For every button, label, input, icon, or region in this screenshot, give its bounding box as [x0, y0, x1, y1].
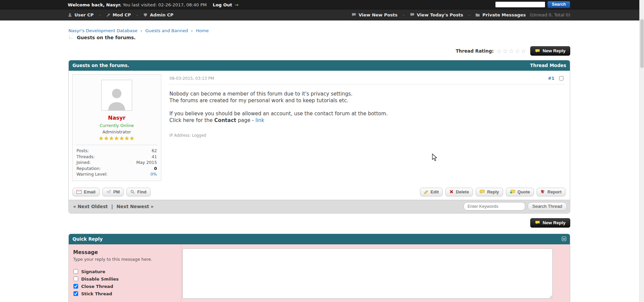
thread-header: Guests on the forums. Thread Modes [69, 60, 570, 71]
speech-bubble-icon [535, 221, 540, 225]
post-select-checkbox[interactable] [559, 76, 564, 80]
stat-row: Posts:62 [76, 148, 157, 154]
email-icon [76, 190, 82, 194]
nav-separator: – [468, 12, 471, 17]
search-thread-button[interactable]: Search Thread [528, 202, 567, 211]
nav-separator: – [136, 12, 138, 17]
post-line: If you believe you should be allowed an … [169, 110, 565, 117]
speech-bubble-icon [352, 13, 356, 17]
divider [76, 145, 157, 145]
thread-rating-stars[interactable]: ☆☆☆☆☆ [496, 48, 527, 55]
report-button[interactable]: Report [537, 188, 566, 196]
pencil-icon [424, 190, 428, 194]
nav-item-view-new-posts[interactable]: View New Posts [352, 12, 397, 17]
tree-branch-icon [69, 36, 73, 39]
paper-plane-icon [106, 190, 111, 194]
email-button[interactable]: Email [72, 188, 100, 196]
stick-thread-checkbox[interactable] [73, 291, 78, 296]
quick-reply-panel: Quick Reply Message Type your reply to t… [68, 234, 570, 302]
stat-row: Reputation:0 [76, 166, 157, 172]
post-header: 08-03-2015, 03:13 PM #1 [169, 75, 565, 84]
author-name-link[interactable]: Nasyr [76, 115, 157, 121]
nav-label: Mod CP [113, 12, 131, 17]
pm-button[interactable]: PM [102, 188, 124, 196]
author-panel: Nasyr Currently Online Administrator ★★★… [72, 74, 161, 181]
breadcrumb-separator: › [191, 28, 193, 33]
collapse-icon[interactable] [562, 237, 566, 241]
post-line: The forums are created for my personal w… [169, 97, 565, 104]
thread-nav-bar: « Next Oldest | Next Newest » Search Thr… [69, 200, 570, 213]
find-button[interactable]: Find [126, 188, 150, 196]
nav-item-mod-cp[interactable]: Mod CP [106, 12, 131, 17]
quote-bubble-icon [510, 190, 515, 194]
breadcrumb-link-home[interactable]: Home [196, 28, 209, 33]
option-signature[interactable]: Signature [73, 269, 177, 274]
folder-icon [475, 13, 480, 17]
post-line: Nobody can become a member of this forum… [169, 90, 565, 97]
next-newest-link[interactable]: Next Newest » [117, 204, 154, 209]
quote-button[interactable]: Quote [506, 188, 534, 196]
welcome-text: Welcome back, Nasyr. [68, 2, 121, 7]
nav-label: View Today's Posts [417, 12, 463, 17]
new-reply-button[interactable]: New Reply [530, 218, 570, 228]
nav-label: Private Messages [482, 12, 526, 17]
last-visited-text: You last visited: 02-26-2017, 08:40 PM [123, 2, 207, 7]
message-label-cell: Message Type your reply to this message … [69, 244, 181, 302]
post-date: 08-03-2015, 03:13 PM [169, 76, 214, 81]
close-thread-checkbox[interactable] [73, 284, 78, 289]
thread-title: Guests on the forums. [72, 63, 129, 68]
online-status: Currently Online [76, 123, 157, 128]
contact-link[interactable]: link [255, 117, 264, 123]
speech-bubble-icon [535, 49, 540, 53]
option-stick-thread[interactable]: Stick Thread [73, 291, 177, 296]
search-input[interactable] [495, 1, 545, 8]
breadcrumb-link-category[interactable]: Guests and Banned [145, 28, 188, 33]
next-oldest-link[interactable]: « Next Oldest [73, 204, 108, 209]
disable-smilies-checkbox[interactable] [73, 277, 78, 281]
keywords-input[interactable] [464, 202, 525, 210]
stat-row: Threads:41 [76, 154, 157, 160]
scrollbar[interactable] [639, 0, 644, 302]
top-bar: Welcome back, Nasyr. You last visited: 0… [0, 0, 644, 9]
new-reply-button[interactable]: New Reply [530, 46, 570, 56]
warning-level-link[interactable]: 0% [150, 171, 157, 177]
nav-item-user-cp[interactable]: User CP [68, 12, 94, 17]
ip-address-note: IP Address: Logged [169, 133, 565, 138]
thread-panel: Guests on the forums. Thread Modes Nasyr… [68, 60, 570, 214]
thread-rating-label: Thread Rating: [456, 48, 494, 54]
pm-count: (Unread 0, Total 0) [530, 12, 570, 17]
message-label: Message [73, 249, 177, 255]
post-body: Nobody can become a member of this forum… [169, 90, 565, 124]
nav-bar: User CP – Mod CP – Admin CP View New Pos… [0, 9, 644, 20]
wrench-icon [106, 13, 110, 17]
delete-button[interactable]: Delete [445, 188, 473, 196]
reply-message-textarea[interactable] [182, 248, 553, 299]
breadcrumb-link-forum[interactable]: Nasyr's Development Database [68, 28, 138, 33]
stat-row: Warning Level:0% [76, 171, 157, 177]
logout-link[interactable]: Log Out [213, 2, 232, 7]
scrollbar-thumb[interactable] [640, 19, 644, 68]
nav-item-view-todays-posts[interactable]: View Today's Posts [410, 12, 463, 17]
current-thread-title: Guests on the forums. [68, 35, 570, 40]
thread-modes-link[interactable]: Thread Modes [530, 63, 566, 68]
avatar[interactable] [101, 80, 132, 111]
nav-item-admin-cp[interactable]: Admin CP [143, 12, 173, 17]
welcome-message: Welcome back, Nasyr. You last visited: 0… [68, 2, 238, 7]
edit-button[interactable]: Edit [420, 188, 443, 196]
user-icon [68, 13, 72, 17]
post-number-link[interactable]: #1 [548, 76, 554, 81]
quick-reply-header: Quick Reply [69, 234, 570, 244]
nav-label: Admin CP [150, 12, 173, 17]
red-x-icon [449, 190, 453, 194]
quick-reply-title: Quick Reply [72, 236, 103, 242]
search-button[interactable]: Search [547, 1, 570, 8]
breadcrumb-separator: › [141, 28, 142, 33]
magnifier-icon [130, 190, 135, 194]
breadcrumb: Nasyr's Development Database › Guests an… [68, 28, 570, 33]
option-disable-smilies[interactable]: Disable Smilies [73, 277, 177, 282]
flag-icon [541, 190, 545, 194]
option-close-thread[interactable]: Close Thread [73, 284, 177, 289]
nav-item-private-messages[interactable]: Private Messages (Unread 0, Total 0) [475, 12, 570, 17]
reply-button[interactable]: Reply [476, 188, 503, 196]
signature-checkbox[interactable] [73, 269, 78, 274]
